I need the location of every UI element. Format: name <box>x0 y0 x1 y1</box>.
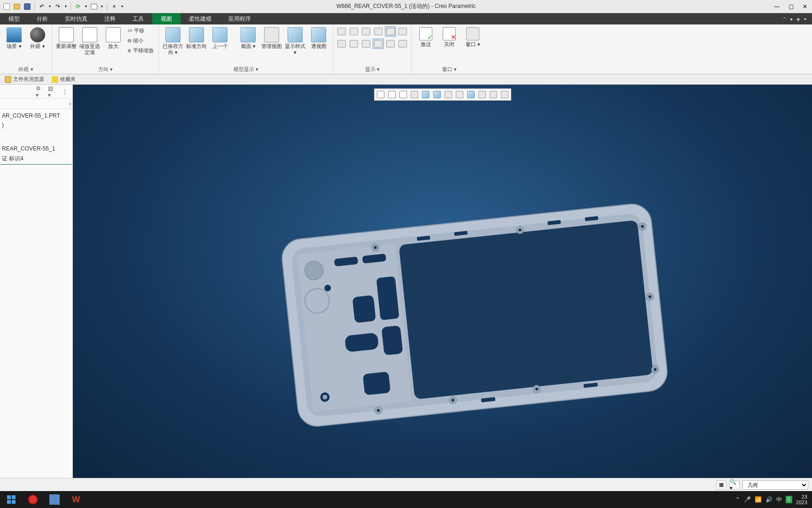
std-orient-button[interactable]: 标准方向 <box>185 26 208 50</box>
csys-toggle[interactable] <box>373 26 384 37</box>
minimize-button[interactable]: — <box>770 1 784 12</box>
open-button[interactable] <box>12 2 22 11</box>
scene-button[interactable]: 场景 ▾ <box>3 26 25 50</box>
perspective-button[interactable]: 透视图 <box>307 26 330 50</box>
tab-annotate[interactable]: 注释 <box>96 13 124 24</box>
tray-volume-icon[interactable]: 🔊 <box>765 496 773 503</box>
gfx-datum-plane-button[interactable] <box>477 90 487 99</box>
activate-icon: ✓ <box>419 27 432 40</box>
help-icon[interactable]: ● <box>790 16 793 22</box>
tab-apps[interactable]: 应用程序 <box>220 13 259 24</box>
tab-analysis[interactable]: 分析 <box>28 13 56 24</box>
tab-model[interactable]: 模型 <box>0 13 28 24</box>
clock[interactable]: 23 2023 <box>796 494 807 505</box>
pan-zoom-button[interactable]: ⊕ 平移缩放 <box>125 46 156 55</box>
close-win-button[interactable]: ✕ 关闭 <box>438 26 461 48</box>
tab-view[interactable]: 视图 <box>152 13 180 24</box>
datum-plane-toggle[interactable] <box>336 26 347 37</box>
status-grid-button[interactable]: ▦ <box>716 480 726 490</box>
redo-button[interactable]: ↷ <box>53 2 62 11</box>
tray-expand-icon[interactable]: ⌃ <box>735 496 740 503</box>
tree-search-input[interactable] <box>2 101 67 107</box>
toggle-7[interactable] <box>336 39 347 49</box>
tray-network-icon[interactable]: 📶 <box>755 496 762 503</box>
tree-root-item[interactable]: REAR_COVER-55_1 <box>0 144 72 153</box>
tree-settings-button[interactable]: ⚙ ▾ <box>36 87 45 96</box>
toggle-8[interactable] <box>348 39 359 49</box>
datum-axis-toggle[interactable] <box>348 26 359 37</box>
activate-button[interactable]: ✓ 激活 <box>414 26 437 48</box>
refit-button[interactable]: 重新调整 <box>55 26 78 50</box>
appearance-button[interactable]: 外观 ▾ <box>26 26 49 50</box>
new-button[interactable] <box>2 2 11 11</box>
tree-filter-button[interactable]: ▤ ▾ <box>48 87 57 96</box>
toggle-10[interactable] <box>373 39 384 49</box>
saved-orient-button[interactable]: 已保存方向 ▾ <box>162 26 184 56</box>
regen-dropdown[interactable]: ▾ <box>84 2 88 11</box>
regen-button[interactable]: ⟳ <box>73 2 83 11</box>
manage-view-button[interactable]: 管理视图 <box>260 26 283 50</box>
window-controls: — ▢ ✕ <box>770 1 812 12</box>
windows-list-button[interactable]: 窗口 ▾ <box>461 26 484 48</box>
more-icon[interactable]: ▾ <box>804 16 806 22</box>
tree-paren-item[interactable]: ) <box>0 120 72 130</box>
status-find-button[interactable]: 🔍 ▾ <box>729 480 740 490</box>
previous-button[interactable]: 上一个 <box>209 26 231 50</box>
maximize-button[interactable]: ▢ <box>784 1 798 12</box>
taskbar-app-wps[interactable]: W <box>67 492 86 507</box>
gfx-style-button[interactable] <box>421 90 431 99</box>
close-model-button[interactable]: × <box>109 2 119 11</box>
gfx-saved-view-button[interactable] <box>432 90 442 99</box>
gfx-zoomin-button[interactable] <box>387 90 397 99</box>
gfx-repaint-button[interactable] <box>409 90 420 99</box>
favorites-tab[interactable]: 收藏夹 <box>49 75 78 84</box>
gfx-view-mgr-button[interactable] <box>443 90 453 99</box>
toggle-6[interactable] <box>397 26 408 37</box>
section-button[interactable]: 截面 ▾ <box>237 26 259 50</box>
recording-indicator[interactable] <box>23 492 42 507</box>
ime-indicator-2[interactable]: S <box>786 496 792 503</box>
zoom-out-button[interactable]: ⊖ 缩小 <box>125 36 156 45</box>
display-style-button[interactable]: 显示样式 ▾ <box>284 26 306 56</box>
tree-show-button[interactable]: ⋮ <box>60 87 70 96</box>
collapse-ribbon-icon[interactable]: ⌃ <box>782 16 786 22</box>
selection-filter-combo[interactable]: 几何 <box>742 480 808 490</box>
windows-dropdown[interactable]: ▾ <box>100 2 104 11</box>
redo-dropdown[interactable]: ▾ <box>63 2 68 11</box>
tree-feature-item[interactable]: 证 标识4 <box>0 153 72 165</box>
gfx-refit-button[interactable] <box>375 90 386 99</box>
datum-point-toggle[interactable] <box>360 26 372 37</box>
zoom-to-selected-button[interactable]: 缩放至选定项 <box>78 26 101 56</box>
tab-tools[interactable]: 工具 <box>124 13 152 24</box>
gfx-datum-axis-button[interactable] <box>488 90 499 99</box>
gfx-zoomout-button[interactable] <box>398 90 408 99</box>
undo-dropdown[interactable]: ▾ <box>47 2 52 11</box>
ime-indicator[interactable]: 中 <box>776 496 782 504</box>
ribbon-right-controls: ⌃ ● ◈ ▾ <box>782 13 812 24</box>
qat-dropdown[interactable]: ▾ <box>120 2 125 11</box>
annotation-toggle[interactable] <box>385 26 396 37</box>
close-win-icon: ✕ <box>443 27 456 40</box>
pan-button[interactable]: ⇔ 平移 <box>125 26 156 35</box>
save-button[interactable] <box>23 2 32 11</box>
toggle-12[interactable] <box>397 39 408 49</box>
gfx-csys-button[interactable] <box>500 90 510 99</box>
zoom-in-button[interactable]: 放大 <box>102 26 125 50</box>
graphics-viewport[interactable] <box>73 85 812 478</box>
toggle-9[interactable] <box>360 39 372 49</box>
tab-flexible[interactable]: 柔性建模 <box>180 13 220 24</box>
folder-browser-tab[interactable]: 文件夹浏览器 <box>2 75 47 84</box>
taskbar-app-1[interactable] <box>45 492 64 507</box>
start-button[interactable] <box>2 492 21 507</box>
tree-file-item[interactable]: AR_COVER-55_1.PRT <box>0 111 72 120</box>
tray-mic-icon[interactable]: 🎤 <box>744 496 751 503</box>
gfx-layers-button[interactable] <box>454 90 465 99</box>
windows-button[interactable] <box>89 2 99 11</box>
gfx-no-hid-button[interactable] <box>466 90 476 99</box>
close-window-button[interactable]: ✕ <box>798 1 812 12</box>
settings-icon[interactable]: ◈ <box>796 16 800 22</box>
toggle-11[interactable] <box>385 39 396 49</box>
tree-search-bar: × | ▾ + <box>0 99 72 109</box>
tab-simulation[interactable]: 实时仿真 <box>56 13 96 24</box>
undo-button[interactable]: ↶ <box>37 2 47 11</box>
